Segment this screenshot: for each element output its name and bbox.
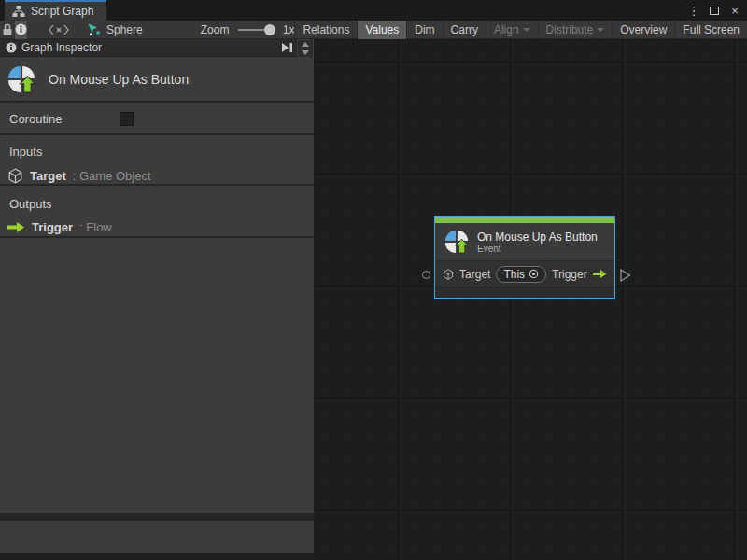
lock-icon [0,22,15,37]
coroutine-label: Coroutine [9,112,62,126]
tab-script-graph[interactable]: Script Graph [5,0,106,21]
close-button[interactable]: × [726,2,743,19]
graph-inspector-header: Graph Inspector [0,39,297,57]
maximize-icon [710,7,719,15]
graph-hierarchy-icon [12,5,25,18]
scroll-down-icon[interactable] [302,50,309,55]
zoom-slider[interactable] [238,29,273,31]
coroutine-row: Coroutine [0,105,314,135]
values-button[interactable]: Values [357,21,406,39]
chevron-down-icon [597,28,604,32]
node-color-bar [435,217,614,223]
panel-bottom-edge [0,513,314,521]
panel-title: Graph Inspector [21,41,102,54]
graph-canvas[interactable]: On Mouse Up As Button Event Target This … [314,39,747,560]
graph-pointer-icon [87,22,101,36]
target-value-chip[interactable]: This [496,266,546,283]
lock-button[interactable] [0,21,15,39]
kebab-menu-icon: ⋮ [688,4,700,18]
dim-button[interactable]: Dim [406,21,442,39]
trigger-port-label: Trigger [552,268,587,281]
maximize-button[interactable] [706,2,723,19]
target-port-label: Target [459,268,490,281]
relations-button[interactable]: Relations [294,21,357,39]
dock-panel-icon[interactable] [281,41,293,54]
zoom-label: Zoom [201,23,230,36]
node-title: On Mouse Up As Button [477,231,598,244]
title-bar: Script Graph ⋮ × [0,0,747,21]
code-preview-button[interactable] [48,21,70,39]
node-subtitle: Event [477,244,598,254]
scroll-up-icon[interactable] [302,42,309,47]
full-screen-button[interactable]: Full Screen [674,21,747,39]
overview-button[interactable]: Overview [612,21,674,39]
node-header[interactable]: On Mouse Up As Button Event [435,223,614,260]
panel-scroll-spinner [298,40,313,57]
output-port-connector[interactable] [620,269,631,282]
flow-arrow-icon [7,221,25,233]
outputs-heading: Outputs [0,188,314,213]
page-title: On Mouse Up As Button [49,72,189,87]
distribute-dropdown[interactable]: Distribute [538,21,613,39]
cube-icon [443,267,454,282]
outputs-section: Outputs Trigger : Flow [0,188,314,238]
info-icon [6,42,17,53]
close-icon: × [731,4,739,18]
cube-icon [7,168,23,184]
inputs-heading: Inputs [0,135,314,161]
inspector-toggle-button[interactable] [15,21,27,39]
coroutine-checkbox[interactable] [120,112,134,126]
self-target-icon [529,269,539,279]
unit-title-block: On Mouse Up As Button [0,57,314,103]
inputs-section: Inputs Target : Game Object [0,135,314,186]
mouse-up-icon [444,230,469,254]
graph-toolbar: Sphere Zoom 1x Relations Values Dim Carr… [0,21,747,39]
breadcrumb-label: Sphere [106,23,143,36]
node-header-text: On Mouse Up As Button Event [477,231,598,254]
graph-breadcrumb[interactable]: Sphere [87,21,143,39]
graph-inspector-panel: Graph Inspector On Mouse Up As Button Co… [0,39,314,553]
window-menu-button[interactable]: ⋮ [685,2,702,19]
zoom-slider-knob[interactable] [264,24,275,35]
input-port-connector[interactable] [422,271,430,279]
mouse-up-icon [7,65,35,93]
trigger-arrow-icon [593,268,607,280]
chevron-down-icon [523,28,530,32]
info-icon [15,23,27,35]
node-port-row: Target This Trigger [435,260,614,287]
carry-button[interactable]: Carry [443,21,486,39]
zoom-value: 1x [283,23,295,36]
code-icon [48,24,70,35]
tab-label: Script Graph [31,5,93,18]
node-footer [435,287,614,298]
output-row-trigger: Trigger : Flow [0,213,314,244]
window-controls: ⋮ × [685,0,743,21]
toolbar-button-group: Relations Values Dim Carry Align Distrib… [294,21,747,39]
event-node[interactable]: On Mouse Up As Button Event Target This … [434,216,615,299]
align-dropdown[interactable]: Align [486,21,538,39]
unity-script-graph-window: Script Graph ⋮ × [0,0,747,560]
